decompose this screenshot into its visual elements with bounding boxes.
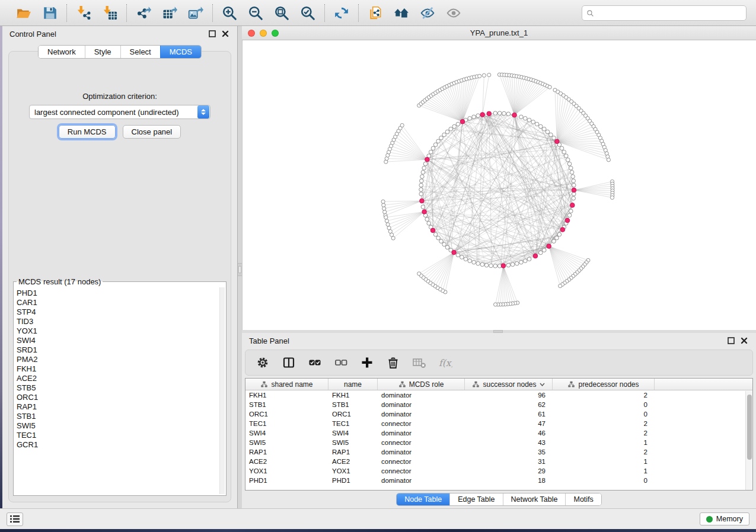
tab-edge-table[interactable]: Edge Table — [449, 493, 502, 505]
network-hub-node[interactable] — [512, 113, 517, 117]
network-hub-node[interactable] — [480, 113, 485, 117]
table-row[interactable]: SWI5SWI5connector431 — [245, 438, 752, 447]
network-node[interactable] — [419, 188, 423, 192]
table-row[interactable]: FKH1FKH1dominator962 — [245, 390, 752, 400]
network-node[interactable] — [571, 175, 575, 179]
network-leaf-node[interactable] — [494, 303, 497, 306]
splitter-grip[interactable] — [238, 263, 242, 276]
table-row[interactable]: YOX1YOX1connector291 — [245, 466, 752, 476]
tab-style[interactable]: Style — [85, 46, 120, 58]
table-row[interactable]: TEC1TEC1connector472 — [245, 419, 752, 428]
add-column-icon[interactable] — [359, 355, 375, 370]
network-node[interactable] — [564, 154, 569, 158]
mcds-result-item[interactable]: TID3 — [17, 317, 219, 326]
network-node[interactable] — [572, 196, 576, 200]
table-scrollbar[interactable] — [745, 391, 752, 490]
network-node[interactable] — [524, 117, 528, 121]
network-hub-node[interactable] — [501, 264, 506, 268]
table-row[interactable]: SWI4SWI4dominator462 — [245, 428, 752, 438]
run-mcds-button[interactable]: Run MCDS — [59, 125, 116, 139]
export-network-icon[interactable] — [135, 4, 152, 22]
network-node[interactable] — [472, 260, 476, 264]
network-node[interactable] — [420, 175, 425, 179]
network-node[interactable] — [493, 264, 497, 268]
network-node[interactable] — [439, 239, 444, 243]
network-node[interactable] — [464, 257, 468, 261]
network-hub-node[interactable] — [533, 254, 538, 258]
search-input[interactable] — [597, 9, 742, 18]
network-node[interactable] — [562, 150, 566, 154]
network-node[interactable] — [468, 117, 472, 121]
mcds-result-scrollbar[interactable] — [219, 287, 225, 494]
network-leaf-node[interactable] — [387, 226, 391, 230]
network-leaf-node[interactable] — [607, 158, 610, 162]
network-leaf-node[interactable] — [386, 223, 390, 226]
table-scrollbar-thumb[interactable] — [747, 395, 752, 460]
network-node[interactable] — [546, 130, 550, 134]
tab-select[interactable]: Select — [120, 46, 160, 58]
network-node[interactable] — [539, 251, 543, 255]
column-header-shared-name[interactable]: shared name — [245, 379, 328, 390]
maximize-window-icon[interactable] — [272, 30, 279, 37]
network-node[interactable] — [421, 205, 425, 209]
network-leaf-node[interactable] — [382, 207, 386, 210]
mcds-result-item[interactable]: ORC1 — [17, 393, 219, 402]
refresh-icon[interactable] — [333, 4, 350, 22]
network-node[interactable] — [560, 146, 564, 150]
zoom-selected-icon[interactable] — [299, 4, 317, 22]
network-node[interactable] — [431, 146, 435, 150]
column-header-MCDS-role[interactable]: MCDS role — [378, 379, 465, 390]
deselect-all-icon[interactable] — [333, 355, 349, 370]
network-canvas[interactable] — [242, 40, 756, 330]
zoom-out-icon[interactable] — [247, 4, 264, 22]
network-node[interactable] — [442, 242, 446, 246]
network-leaf-node[interactable] — [391, 236, 395, 240]
optimization-criterion-select[interactable]: largest connected component (undirected) — [29, 105, 210, 119]
mcds-result-item[interactable]: SRD1 — [17, 345, 219, 355]
network-node[interactable] — [419, 192, 423, 196]
network-node[interactable] — [535, 122, 539, 126]
close-panel-icon[interactable] — [222, 30, 230, 38]
network-node[interactable] — [476, 114, 480, 118]
network-node[interactable] — [476, 262, 480, 266]
network-hub-node[interactable] — [560, 227, 565, 232]
network-node[interactable] — [572, 179, 576, 183]
network-node[interactable] — [439, 136, 444, 140]
network-node[interactable] — [527, 118, 531, 122]
zoom-in-icon[interactable] — [221, 4, 238, 22]
network-node[interactable] — [420, 179, 424, 183]
tab-motifs[interactable]: Motifs — [565, 493, 601, 505]
mcds-result-item[interactable]: ACE2 — [17, 374, 219, 383]
network-node[interactable] — [423, 162, 428, 166]
network-node[interactable] — [557, 233, 562, 237]
mcds-result-item[interactable]: STB1 — [17, 412, 219, 421]
network-leaf-node[interactable] — [388, 230, 392, 233]
network-leaf-node[interactable] — [482, 73, 486, 77]
network-hub-node[interactable] — [425, 157, 430, 162]
column-header-name[interactable]: name — [328, 379, 378, 390]
search-field[interactable] — [582, 5, 747, 21]
table-row[interactable]: PHD1PHD1dominator180 — [245, 476, 752, 485]
mcds-result-item[interactable]: TEC1 — [17, 431, 219, 440]
network-node[interactable] — [442, 133, 446, 137]
network-node[interactable] — [445, 130, 449, 134]
network-node[interactable] — [569, 166, 573, 170]
mcds-result-item[interactable]: STB5 — [17, 383, 219, 393]
select-all-icon[interactable] — [307, 355, 323, 370]
import-table-icon[interactable] — [101, 4, 119, 22]
tab-node-table[interactable]: Node Table — [397, 493, 449, 505]
network-node[interactable] — [452, 124, 457, 129]
network-node[interactable] — [567, 162, 572, 166]
network-hub-node[interactable] — [420, 198, 425, 203]
network-node[interactable] — [456, 122, 460, 126]
network-node[interactable] — [519, 260, 524, 264]
column-header-successor-nodes[interactable]: successor nodes — [465, 379, 553, 390]
network-node[interactable] — [419, 183, 423, 187]
network-node[interactable] — [493, 111, 497, 116]
table-row[interactable]: ORC1ORC1dominator610 — [245, 409, 752, 419]
import-network-icon[interactable] — [75, 4, 92, 22]
network-hub-node[interactable] — [572, 188, 576, 193]
network-node[interactable] — [531, 120, 535, 124]
network-leaf-node[interactable] — [610, 196, 614, 199]
column-header-predecessor-nodes[interactable]: predecessor nodes — [553, 379, 655, 390]
